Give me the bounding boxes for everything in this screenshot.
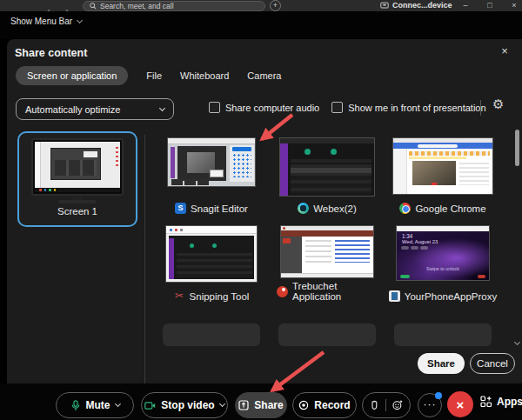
apps-grid-icon [480, 396, 492, 408]
microphone-icon [70, 400, 81, 411]
device-icon [380, 2, 389, 10]
share-audio-label: Share computer audio [225, 103, 319, 113]
menubar-row: Show Menu Bar [0, 11, 522, 39]
chrome-thumbnail [392, 137, 493, 195]
mute-button[interactable]: Mute [56, 392, 134, 418]
share-audio-checkbox[interactable] [209, 102, 220, 113]
plus-button[interactable]: + [270, 0, 281, 11]
stop-video-button[interactable]: Stop video [141, 392, 228, 418]
record-button[interactable]: Record [292, 392, 357, 418]
trebuchet-icon [277, 286, 288, 297]
snipping-tool-icon: ✂ [174, 290, 185, 302]
close-window-button[interactable]: × [508, 0, 520, 11]
monitor-graphic [31, 138, 124, 196]
more-options-button[interactable]: ··· [418, 393, 442, 417]
app-tile-yourphoneappproxy[interactable]: 1:34 Wed, August 23 Swipe to unlock Your… [392, 225, 493, 302]
nav-back-icon[interactable] [47, 3, 53, 9]
screen-1-tile[interactable]: Screen 1 [17, 131, 137, 227]
connect-device-button[interactable]: Connec...device [380, 1, 452, 10]
dialog-tabs: Screen or application File Whiteboard Ca… [16, 66, 281, 85]
app-label: Snagit Editor [191, 203, 248, 214]
snagit-icon: S [175, 203, 186, 214]
tab-screen-or-application[interactable]: Screen or application [16, 66, 128, 85]
chevron-down-icon [219, 401, 225, 407]
chevron-down-icon [114, 401, 120, 407]
snagit-thumbnail [167, 137, 256, 187]
app-tile-snagit-editor[interactable]: S Snagit Editor [161, 137, 262, 214]
checkbox-group: Share computer audio Show me in front of… [209, 102, 486, 113]
nav-forward-icon[interactable] [64, 3, 70, 9]
chevron-down-icon [159, 104, 165, 110]
dialog-title: Share content [15, 47, 87, 59]
show-menu-bar-button[interactable]: Show Menu Bar [10, 17, 82, 26]
app-label: YourPhoneAppProxy [405, 291, 497, 302]
app-label: Webex(2) [313, 203, 357, 214]
app-tile-trebuchet[interactable]: Trebuchet Application [277, 225, 378, 302]
webex-app-window: Search, meet, and call + Connec...device… [0, 0, 522, 420]
app-tile-google-chrome[interactable]: Google Chrome [392, 137, 493, 214]
meeting-toolbar: Mute Stop video Share Record [0, 383, 522, 420]
phone-unlock-hint: Swipe to unlock [415, 266, 471, 271]
leave-meeting-button[interactable]: × [447, 391, 473, 417]
app-tile-partial[interactable] [163, 323, 260, 346]
notification-dot [435, 392, 442, 399]
share-options-row: Automatically optimize Share computer au… [7, 97, 522, 121]
maximize-button[interactable]: □ [484, 0, 496, 11]
share-content-dialog: Share content × Screen or application Fi… [7, 39, 522, 383]
raise-hand-icon [370, 400, 379, 410]
show-me-option: Show me in front of presentation [331, 102, 485, 113]
share-audio-option: Share computer audio [209, 102, 319, 113]
record-icon [298, 400, 309, 410]
tab-camera[interactable]: Camera [247, 66, 281, 85]
yourphone-thumbnail: 1:34 Wed, August 23 Swipe to unlock [396, 225, 490, 281]
webex-icon [298, 203, 309, 214]
optimize-dropdown[interactable]: Automatically optimize [16, 98, 174, 120]
app-tile-snipping-tool[interactable]: ✂ Snipping Tool [161, 225, 262, 302]
trebuchet-thumbnail [280, 225, 374, 278]
app-label: Google Chrome [415, 203, 485, 214]
window-titlebar: Search, meet, and call + Connec...device… [0, 0, 522, 11]
tab-file[interactable]: File [146, 66, 162, 85]
tab-whiteboard[interactable]: Whiteboard [180, 66, 229, 85]
screens-apps-divider [144, 135, 145, 385]
camera-icon [144, 401, 156, 410]
app-label: Snipping Tool [190, 291, 250, 302]
chrome-icon [399, 203, 411, 214]
gear-icon[interactable]: ⚙ [492, 97, 504, 112]
app-label: Trebuchet Application [292, 281, 378, 302]
app-tile-webex[interactable]: Webex(2) [277, 137, 378, 214]
search-icon [90, 3, 97, 10]
search-input[interactable]: Search, meet, and call [83, 1, 265, 11]
emoji-smile-icon [392, 400, 403, 410]
snipping-thumbnail [165, 225, 258, 283]
app-tile-partial[interactable] [278, 323, 376, 346]
apps-button[interactable]: Apps [480, 396, 522, 408]
show-me-label: Show me in front of presentation [348, 103, 485, 113]
app-tile-partial[interactable] [394, 323, 492, 346]
minimize-button[interactable]: – [459, 0, 472, 11]
scroll-down-icon[interactable] [515, 332, 519, 348]
dialog-close-button[interactable]: × [498, 44, 512, 58]
phone-time: 1:34 [402, 233, 412, 239]
scrollbar-thumb[interactable] [515, 130, 519, 166]
phone-date: Wed, August 23 [402, 239, 438, 245]
divider [480, 100, 481, 116]
webex-thumbnail [279, 137, 375, 197]
divider [385, 399, 386, 411]
optimize-dropdown-value: Automatically optimize [25, 104, 120, 115]
search-placeholder: Search, meet, and call [100, 2, 174, 10]
share-toolbar-button[interactable]: Share [235, 392, 287, 418]
share-confirm-button[interactable]: Share [418, 353, 465, 374]
chevron-down-icon [77, 17, 83, 23]
cancel-button[interactable]: Cancel [470, 353, 515, 374]
screen-1-label: Screen 1 [57, 206, 97, 217]
share-icon [238, 400, 249, 410]
reactions-button[interactable] [362, 392, 411, 418]
show-me-checkbox[interactable] [331, 102, 343, 113]
yourphone-icon [389, 290, 400, 302]
